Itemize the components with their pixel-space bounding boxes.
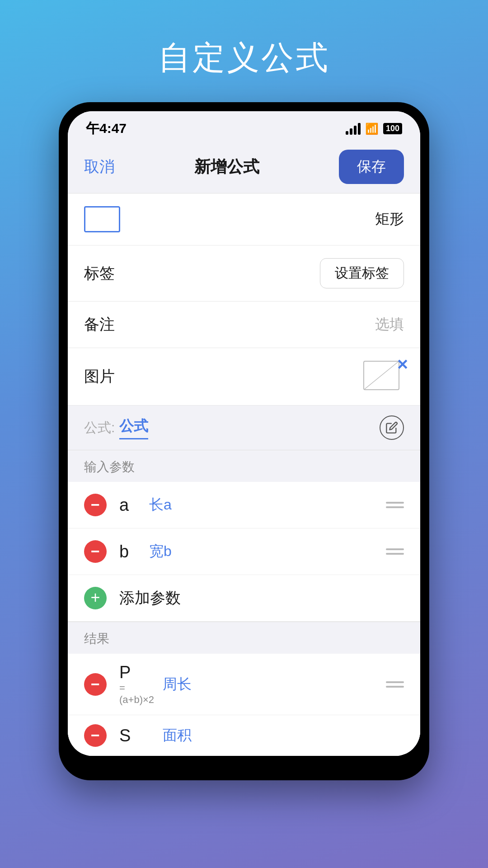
page-title-area: 自定义公式 <box>0 0 488 102</box>
save-button[interactable]: 保存 <box>339 150 404 184</box>
drag-handle-p[interactable] <box>386 681 404 688</box>
shape-label: 矩形 <box>375 209 404 229</box>
drag-line-p-2 <box>386 686 404 688</box>
shape-preview[interactable] <box>84 206 120 232</box>
content-area: 矩形 标签 设置标签 备注 选填 图片 <box>68 193 420 756</box>
delete-param-a-button[interactable]: − <box>84 494 107 516</box>
phone-screen: 午4:47 📶 100 取消 新增公式 保存 矩形 <box>68 111 420 756</box>
param-desc-a[interactable]: 长a <box>149 495 386 515</box>
param-desc-b[interactable]: 宽b <box>149 542 386 561</box>
param-row-b: − b 宽b <box>68 528 420 575</box>
note-row: 备注 选填 <box>68 302 420 348</box>
image-close-icon[interactable]: ✕ <box>396 356 408 373</box>
signal-bar-4 <box>358 123 361 135</box>
results-section-header: 结果 <box>68 622 420 654</box>
add-param-row: + 添加参数 <box>68 575 420 622</box>
signal-bar-1 <box>346 131 348 135</box>
results-label: 结果 <box>84 632 109 646</box>
status-icons: 📶 100 <box>346 123 402 135</box>
delete-result-s-button[interactable]: − <box>84 724 107 747</box>
shape-row: 矩形 <box>68 193 420 245</box>
formula-edit-button[interactable] <box>380 415 404 440</box>
formula-tab-prefix: 公式: <box>84 419 115 437</box>
param-var-b: b <box>119 542 142 561</box>
image-row-label: 图片 <box>84 366 115 387</box>
drag-line-p-1 <box>386 681 404 683</box>
drag-line-2 <box>386 506 404 508</box>
page-title: 自定义公式 <box>0 36 488 80</box>
signal-bar-2 <box>350 128 352 135</box>
nav-title: 新增公式 <box>194 156 259 178</box>
note-placeholder[interactable]: 选填 <box>375 315 404 335</box>
set-tag-button[interactable]: 设置标签 <box>320 258 404 288</box>
input-params-label: 输入参数 <box>84 460 135 474</box>
signal-bars-icon <box>346 123 361 135</box>
tag-row: 标签 设置标签 <box>68 245 420 302</box>
status-time: 午4:47 <box>86 119 127 138</box>
plus-icon: + <box>90 590 100 606</box>
drag-handle-b[interactable] <box>386 548 404 555</box>
minus-icon: − <box>91 497 100 512</box>
param-row-a: − a 长a <box>68 482 420 528</box>
minus-icon-b: − <box>91 543 100 559</box>
formula-tab-row: 公式: 公式 <box>68 406 420 450</box>
delete-param-b-button[interactable]: − <box>84 540 107 563</box>
nav-bar: 取消 新增公式 保存 <box>68 142 420 193</box>
wifi-icon: 📶 <box>365 123 379 135</box>
add-param-button[interactable]: + <box>84 587 107 609</box>
note-row-label: 备注 <box>84 314 115 335</box>
cancel-button[interactable]: 取消 <box>84 156 115 177</box>
svg-line-0 <box>364 362 398 389</box>
signal-bar-3 <box>354 126 357 135</box>
formula-tab-left: 公式: 公式 <box>84 416 148 439</box>
minus-icon-p: − <box>91 676 100 692</box>
minus-icon-s: − <box>91 727 100 743</box>
result-var-p: P <box>119 663 131 682</box>
drag-line-b-1 <box>386 548 404 550</box>
result-desc-p[interactable]: 周长 <box>163 675 386 694</box>
result-var-s: S <box>119 726 131 745</box>
input-params-section-header: 输入参数 <box>68 450 420 482</box>
result-row-p: − P =(a+b)×2 周长 <box>68 654 420 715</box>
drag-line-b-2 <box>386 553 404 555</box>
tag-row-label: 标签 <box>84 263 115 284</box>
result-desc-s[interactable]: 面积 <box>163 726 404 745</box>
result-row-s: − S 面积 <box>68 715 420 756</box>
image-preview-container[interactable]: ✕ <box>363 361 404 392</box>
result-var-group-p: P =(a+b)×2 <box>119 663 155 706</box>
delete-result-p-button[interactable]: − <box>84 673 107 696</box>
formula-tab-active[interactable]: 公式 <box>119 416 148 439</box>
battery-icon: 100 <box>383 123 402 134</box>
phone-mockup: 午4:47 📶 100 取消 新增公式 保存 矩形 <box>59 102 429 780</box>
status-bar: 午4:47 📶 100 <box>68 111 420 142</box>
result-formula-p: =(a+b)×2 <box>119 682 155 706</box>
add-param-label: 添加参数 <box>119 588 181 609</box>
formula-section: 公式: 公式 <box>68 406 420 450</box>
param-var-a: a <box>119 495 142 515</box>
image-preview-box <box>363 361 399 390</box>
drag-handle-a[interactable] <box>386 502 404 508</box>
drag-line-1 <box>386 502 404 504</box>
image-row: 图片 ✕ <box>68 348 420 406</box>
result-var-group-s: S <box>119 726 155 745</box>
